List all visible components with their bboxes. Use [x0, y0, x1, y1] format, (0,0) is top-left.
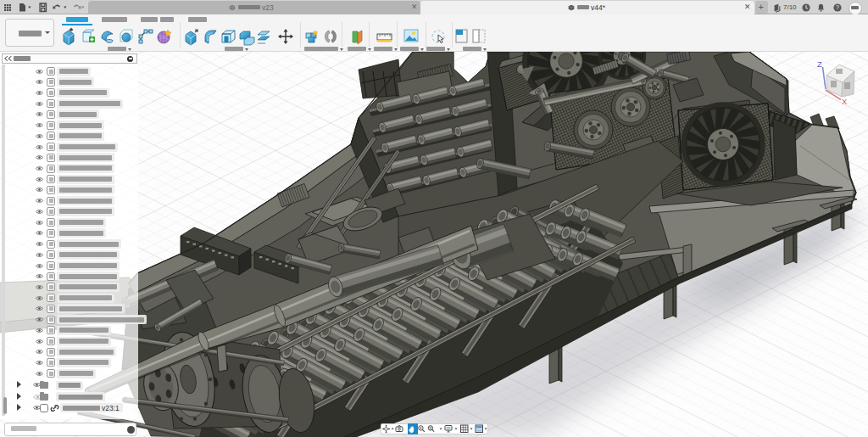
svg-text:X: X [842, 97, 848, 106]
svg-text:?: ? [836, 4, 839, 10]
svg-text:Z: Z [817, 59, 822, 69]
